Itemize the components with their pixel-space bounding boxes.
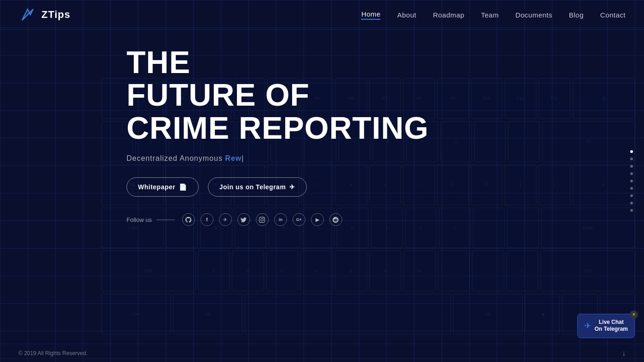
nav-home[interactable]: Home [361, 10, 380, 20]
kb-key: O [437, 164, 469, 205]
social-icons: f ✈ in G+ ▶ [182, 213, 342, 226]
kb-key: Ctrl [101, 294, 171, 334]
copyright-text: © 2019 All Rights Reserved. [18, 350, 87, 356]
subtitle-pre: Decentralized Anonymous [126, 154, 225, 162]
document-icon: 📄 [179, 183, 187, 191]
nav-blog[interactable]: Blog [569, 11, 584, 19]
instagram-icon[interactable] [256, 213, 269, 226]
hero-line1: The [126, 46, 429, 79]
kb-key: ⌫ [542, 121, 635, 162]
logo-icon [18, 6, 37, 24]
dot-4[interactable] [630, 172, 633, 175]
dot-3[interactable] [630, 165, 633, 168]
kb-key: ' [507, 208, 539, 249]
kb-key [245, 294, 451, 334]
dot-1[interactable] [630, 150, 633, 153]
kb-key: 0 [440, 121, 472, 162]
kb-key: F11 [505, 78, 536, 119]
kb-key: M [403, 250, 436, 291]
cta-buttons: Whitepaper 📄 Join us on Telegram ✈ [126, 177, 429, 197]
dot-7[interactable] [630, 194, 633, 197]
youtube-icon[interactable]: ▶ [311, 213, 324, 226]
kb-key: V [300, 250, 333, 291]
hero-line3: Crime Reporting [126, 112, 429, 144]
nav-team[interactable]: Team [481, 11, 499, 19]
telegram-social-icon[interactable]: ✈ [219, 213, 232, 226]
kb-key: N [369, 250, 402, 291]
main-nav: Home About Roadmap Team Documents Blog C… [361, 10, 626, 20]
kb-key: Z [198, 250, 230, 291]
dot-8[interactable] [630, 202, 633, 204]
header: ZTips Home About Roadmap Team Documents … [0, 0, 644, 30]
whitepaper-button[interactable]: Whitepaper 📄 [126, 177, 199, 197]
kb-key: B [335, 250, 367, 291]
send-icon: ✈ [289, 183, 295, 191]
nav-roadmap[interactable]: Roadmap [433, 11, 465, 19]
dot-5[interactable] [630, 180, 633, 182]
nav-documents[interactable]: Documents [515, 11, 552, 19]
dot-9[interactable] [630, 209, 633, 212]
follow-us-section: Follow us f ✈ in G+ ▶ [126, 213, 429, 226]
kb-key: , [438, 250, 470, 291]
scroll-down-arrow[interactable]: ↓ [622, 349, 626, 357]
kb-key: ] [539, 164, 570, 205]
kb-key: . [472, 250, 504, 291]
logo-text: ZTips [41, 9, 70, 21]
live-chat-text: Live Chat On Telegram [595, 319, 628, 333]
kb-key: Shift [101, 250, 196, 291]
nav-contact[interactable]: Contact [600, 11, 626, 19]
telegram-chat-icon: ✈ [584, 321, 591, 331]
kb-key: F10 [471, 78, 503, 119]
github-icon[interactable] [182, 213, 195, 226]
live-chat-line1: Live Chat [595, 319, 628, 326]
close-icon: × [632, 312, 635, 317]
kb-key: L [439, 208, 471, 249]
close-button[interactable]: × [630, 311, 638, 319]
follow-label: Follow us [126, 216, 175, 223]
telegram-button-label: Join us on Telegram [219, 183, 286, 191]
linkedin-icon[interactable]: in [274, 213, 287, 226]
kb-key: Shift [540, 250, 635, 291]
hero-title: The Future Of Crime Reporting [126, 46, 429, 144]
kb-key: ↵ [573, 164, 635, 205]
subtitle-highlight: Rew [225, 154, 242, 162]
nav-about[interactable]: About [397, 11, 416, 19]
kb-key: Alt [453, 294, 523, 334]
dot-6[interactable] [630, 187, 633, 190]
kb-key: ⏻ [573, 78, 635, 119]
kb-key: F9 [437, 78, 469, 119]
kb-key: - [474, 121, 506, 162]
kb-key: C [266, 250, 299, 291]
kb-key: ; [473, 208, 505, 249]
kb-key: / [506, 250, 539, 291]
hero-section: The Future Of Crime Reporting Decentrali… [126, 46, 429, 226]
subtitle-cursor: | [242, 154, 244, 162]
kb-key: Alt [173, 294, 242, 334]
kb-key: Enter [541, 208, 635, 249]
logo[interactable]: ZTips [18, 6, 70, 24]
footer: © 2019 All Rights Reserved. ↓ [0, 344, 644, 362]
facebook-icon[interactable]: f [201, 213, 213, 226]
googleplus-icon[interactable]: G+ [293, 213, 305, 226]
hero-subtitle: Decentralized Anonymous Rew| [126, 154, 429, 163]
dot-2[interactable] [630, 158, 633, 160]
kb-key: = [508, 121, 540, 162]
kb-key: F12 [539, 78, 570, 119]
live-chat-line2: On Telegram [595, 326, 628, 333]
kb-key: [ [505, 164, 536, 205]
kb-key: P [471, 164, 503, 205]
kb-key: ◀ [525, 294, 560, 334]
hero-line2: Future Of [126, 79, 429, 111]
whitepaper-label: Whitepaper [138, 183, 175, 191]
kb-key: X [232, 250, 264, 291]
reddit-icon[interactable] [329, 213, 342, 226]
svg-marker-1 [22, 9, 33, 20]
twitter-icon[interactable] [237, 213, 250, 226]
dot-navigation [630, 150, 633, 212]
telegram-button[interactable]: Join us on Telegram ✈ [208, 177, 307, 197]
live-chat-widget[interactable]: × ✈ Live Chat On Telegram [577, 314, 635, 338]
